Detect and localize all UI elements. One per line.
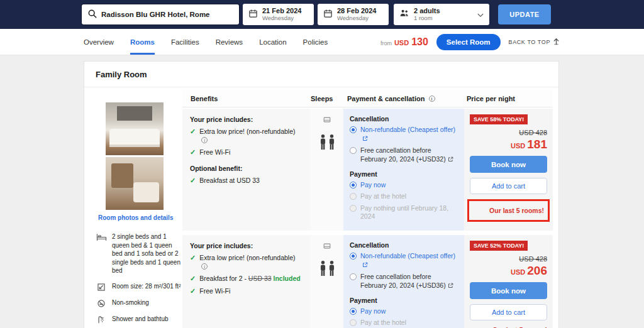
section-tabs: Overview Rooms Facilities Reviews Locati…	[84, 29, 328, 55]
no-smoking-icon	[96, 298, 107, 308]
benefit-item: ✓ Breakfast for 2 - USD 33 Included	[190, 275, 303, 283]
arrow-up-icon	[553, 37, 560, 46]
check-icon: ✓	[190, 275, 196, 283]
checkin-weekday: Wednesday	[262, 15, 301, 22]
column-header-payment: Payment & cancellation i	[343, 95, 464, 102]
pay-option-at-hotel: Pay at the hotel	[350, 192, 458, 201]
column-header-benefits: Benefits	[182, 95, 311, 102]
radio-selected[interactable]	[350, 126, 357, 133]
update-search-button[interactable]: UPDATE	[498, 4, 551, 25]
current-price: USD181	[470, 138, 547, 151]
check-icon: ✓	[190, 177, 196, 185]
benefit-text: Breakfast for 2 - USD 33 Included	[199, 275, 300, 283]
sleeps-cell	[311, 235, 343, 328]
from-price: from USD 130	[380, 36, 428, 48]
benefit-item: ✓ Free Wi-Fi	[190, 287, 303, 296]
room-info-column: Room photos and details 2 single beds an…	[94, 87, 182, 328]
offers-table-header: Benefits Sleeps Payment & cancellation i…	[182, 89, 553, 107]
occupancy-selector[interactable]: 2 adults 1 room	[394, 4, 489, 25]
radio-unselected[interactable]	[350, 147, 357, 154]
beds-text: 2 single beds and 1 queen bed & 1 queen …	[112, 232, 182, 275]
checkout-date: 28 Feb 2024	[337, 7, 376, 15]
old-price: USD 428	[470, 129, 547, 136]
price-cell: SAVE 58% TODAY! USD 428 USD181 Book now …	[464, 109, 553, 231]
external-link-icon	[448, 156, 453, 165]
pay-option-pay-nothing: Pay nothing until February 18, 2024	[350, 204, 458, 221]
cancel-option-nonrefundable[interactable]: Non-refundable (Cheapest offer)	[350, 126, 458, 143]
benefits-cell: Your price includes: ✓ Extra low price! …	[182, 235, 311, 328]
sleeps-cell	[311, 109, 343, 231]
tab-facilities[interactable]: Facilities	[171, 29, 199, 55]
benefit-item: ✓ Free Wi-Fi	[190, 148, 303, 157]
beds-detail: 2 single beds and 1 queen bed & 1 queen …	[96, 232, 182, 275]
price-amount: 206	[527, 264, 547, 277]
tab-location[interactable]: Location	[259, 29, 286, 55]
radio-disabled	[350, 319, 357, 326]
tab-reviews[interactable]: Reviews	[216, 29, 243, 55]
bed-icon	[96, 232, 107, 275]
pay-option-label: Pay now	[360, 307, 386, 316]
book-now-button[interactable]: Book now	[470, 282, 547, 299]
search-icon	[87, 9, 97, 21]
guests-icon	[399, 9, 409, 20]
urgency-text: Our last 5 rooms!	[473, 207, 544, 214]
checkout-weekday: Wednesday	[337, 15, 376, 22]
hotel-section-nav: Overview Rooms Facilities Reviews Locati…	[0, 29, 644, 55]
add-to-cart-button[interactable]: Add to cart	[470, 304, 547, 320]
room-photos[interactable]	[106, 102, 164, 210]
search-header-bar: 21 Feb 2024 Wednesday 28 Feb 2024 Wednes…	[0, 0, 644, 29]
info-icon[interactable]: i	[201, 263, 208, 270]
cancel-option-free-cancellation[interactable]: Free cancellation before February 20, 20…	[350, 273, 458, 290]
payment-cancellation-cell: Cancellation Non-refundable (Cheapest of…	[343, 109, 464, 231]
offers-table: Benefits Sleeps Payment & cancellation i…	[182, 87, 553, 328]
pay-option-pay-now[interactable]: Pay now	[350, 307, 458, 316]
destination-search-input[interactable]	[101, 11, 233, 18]
occupancy-info-icon	[323, 114, 331, 125]
sleeps-persons-icon	[319, 260, 335, 277]
radio-selected[interactable]	[350, 253, 357, 260]
cancel-option-free-cancellation[interactable]: Free cancellation before February 20, 20…	[350, 146, 458, 164]
room-photos-link[interactable]: Room photos and details	[98, 214, 182, 221]
non-smoking-text: Non-smoking	[112, 298, 149, 308]
radio-unselected[interactable]	[350, 273, 357, 280]
tab-rooms[interactable]: Rooms	[130, 29, 155, 55]
checkin-date: 21 Feb 2024	[262, 7, 301, 15]
room-photo-1[interactable]	[106, 102, 164, 155]
save-badge: SAVE 52% TODAY!	[470, 241, 528, 251]
pay-option-pay-now[interactable]: Pay now	[350, 181, 458, 190]
select-room-button[interactable]: Select Room	[436, 34, 501, 50]
price-currency: USD	[511, 142, 525, 150]
radio-selected[interactable]	[350, 182, 357, 189]
tab-overview[interactable]: Overview	[84, 29, 114, 55]
room-photo-2[interactable]	[106, 157, 164, 210]
destination-search-field[interactable]	[82, 4, 239, 25]
cancel-option-nonrefundable[interactable]: Non-refundable (Cheapest offer)	[350, 252, 458, 270]
check-icon: ✓	[190, 148, 196, 156]
radio-selected[interactable]	[350, 308, 357, 315]
external-link-icon	[362, 261, 368, 270]
info-icon[interactable]: i	[429, 96, 435, 102]
price-amount: 181	[527, 138, 547, 151]
included-label: Included	[274, 275, 301, 282]
subnav-right-group: from USD 130 Select Room BACK TO TOP	[380, 34, 560, 50]
column-header-price: Price per night	[464, 95, 553, 102]
pay-option-label: Pay at the hotel	[360, 192, 406, 201]
occupancy-rooms: 1 room	[414, 15, 473, 22]
check-icon: ✓	[190, 287, 196, 295]
info-icon[interactable]: i	[201, 137, 208, 143]
book-now-button[interactable]: Book now	[470, 156, 547, 173]
from-label: from	[380, 40, 392, 46]
bath-detail: Shower and bathtub	[96, 315, 182, 324]
benefit-item: ✓ Extra low price! (non-refundable)i	[190, 128, 303, 145]
checkin-date-field[interactable]: 21 Feb 2024 Wednesday	[243, 4, 314, 25]
tab-policies[interactable]: Policies	[303, 29, 328, 55]
back-to-top-button[interactable]: BACK TO TOP	[509, 37, 560, 46]
benefit-item: ✓ Breakfast at USD 33	[190, 177, 303, 185]
checkout-date-field[interactable]: 28 Feb 2024 Wednesday	[318, 4, 389, 25]
room-size-text: Room size: 28 m²/301 ft²	[112, 282, 180, 292]
pay-option-label: Pay at the hotel	[360, 319, 406, 327]
payment-label: Payment	[350, 297, 458, 304]
benefit-text: Extra low price! (non-refundable)i	[199, 254, 303, 271]
add-to-cart-button[interactable]: Add to cart	[470, 178, 547, 194]
payment-cancellation-cell: Cancellation Non-refundable (Cheapest of…	[343, 235, 464, 328]
